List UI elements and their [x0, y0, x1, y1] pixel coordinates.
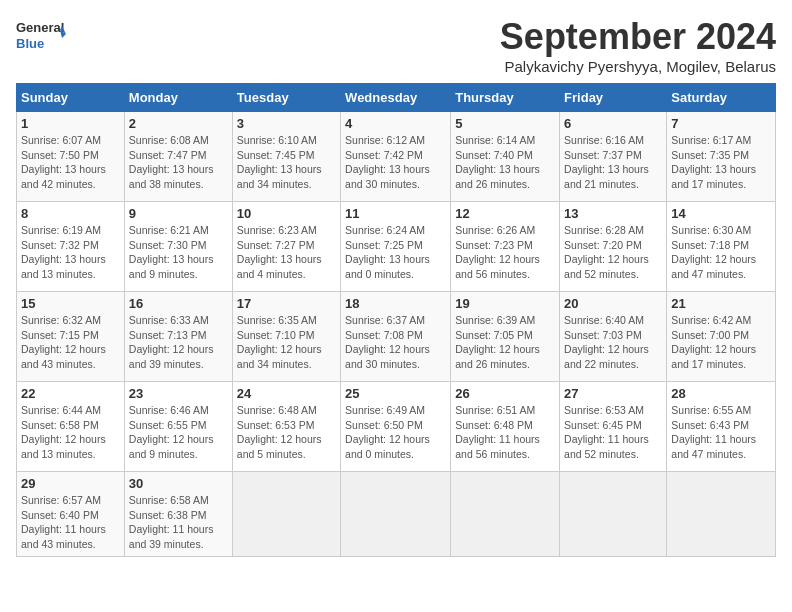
calendar-week-3: 15Sunrise: 6:32 AM Sunset: 7:15 PM Dayli…	[17, 292, 776, 382]
logo: General Blue	[16, 16, 66, 60]
day-info: Sunrise: 6:49 AM Sunset: 6:50 PM Dayligh…	[345, 403, 446, 462]
day-number: 4	[345, 116, 446, 131]
day-number: 27	[564, 386, 662, 401]
calendar-table: SundayMondayTuesdayWednesdayThursdayFrid…	[16, 83, 776, 557]
calendar-cell: 26Sunrise: 6:51 AM Sunset: 6:48 PM Dayli…	[451, 382, 560, 472]
calendar-cell: 15Sunrise: 6:32 AM Sunset: 7:15 PM Dayli…	[17, 292, 125, 382]
page-header: General Blue September 2024 Palykavichy …	[16, 16, 776, 75]
calendar-cell: 21Sunrise: 6:42 AM Sunset: 7:00 PM Dayli…	[667, 292, 776, 382]
day-number: 2	[129, 116, 228, 131]
day-number: 19	[455, 296, 555, 311]
calendar-cell: 17Sunrise: 6:35 AM Sunset: 7:10 PM Dayli…	[232, 292, 340, 382]
calendar-cell	[560, 472, 667, 557]
calendar-cell: 27Sunrise: 6:53 AM Sunset: 6:45 PM Dayli…	[560, 382, 667, 472]
month-title: September 2024	[500, 16, 776, 58]
day-number: 16	[129, 296, 228, 311]
day-header-thursday: Thursday	[451, 84, 560, 112]
day-info: Sunrise: 6:26 AM Sunset: 7:23 PM Dayligh…	[455, 223, 555, 282]
day-number: 17	[237, 296, 336, 311]
day-number: 3	[237, 116, 336, 131]
day-info: Sunrise: 6:07 AM Sunset: 7:50 PM Dayligh…	[21, 133, 120, 192]
day-number: 12	[455, 206, 555, 221]
day-info: Sunrise: 6:24 AM Sunset: 7:25 PM Dayligh…	[345, 223, 446, 282]
calendar-cell: 12Sunrise: 6:26 AM Sunset: 7:23 PM Dayli…	[451, 202, 560, 292]
day-number: 6	[564, 116, 662, 131]
calendar-cell: 23Sunrise: 6:46 AM Sunset: 6:55 PM Dayli…	[124, 382, 232, 472]
calendar-cell: 30Sunrise: 6:58 AM Sunset: 6:38 PM Dayli…	[124, 472, 232, 557]
calendar-cell: 20Sunrise: 6:40 AM Sunset: 7:03 PM Dayli…	[560, 292, 667, 382]
calendar-week-1: 1Sunrise: 6:07 AM Sunset: 7:50 PM Daylig…	[17, 112, 776, 202]
title-area: September 2024 Palykavichy Pyershyya, Mo…	[500, 16, 776, 75]
calendar-cell: 1Sunrise: 6:07 AM Sunset: 7:50 PM Daylig…	[17, 112, 125, 202]
day-info: Sunrise: 6:19 AM Sunset: 7:32 PM Dayligh…	[21, 223, 120, 282]
day-number: 11	[345, 206, 446, 221]
day-info: Sunrise: 6:58 AM Sunset: 6:38 PM Dayligh…	[129, 493, 228, 552]
calendar-cell	[232, 472, 340, 557]
day-info: Sunrise: 6:46 AM Sunset: 6:55 PM Dayligh…	[129, 403, 228, 462]
day-info: Sunrise: 6:44 AM Sunset: 6:58 PM Dayligh…	[21, 403, 120, 462]
day-number: 1	[21, 116, 120, 131]
calendar-cell: 11Sunrise: 6:24 AM Sunset: 7:25 PM Dayli…	[341, 202, 451, 292]
calendar-week-2: 8Sunrise: 6:19 AM Sunset: 7:32 PM Daylig…	[17, 202, 776, 292]
calendar-cell: 19Sunrise: 6:39 AM Sunset: 7:05 PM Dayli…	[451, 292, 560, 382]
day-info: Sunrise: 6:28 AM Sunset: 7:20 PM Dayligh…	[564, 223, 662, 282]
day-number: 30	[129, 476, 228, 491]
day-info: Sunrise: 6:42 AM Sunset: 7:00 PM Dayligh…	[671, 313, 771, 372]
day-number: 9	[129, 206, 228, 221]
calendar-cell: 22Sunrise: 6:44 AM Sunset: 6:58 PM Dayli…	[17, 382, 125, 472]
day-info: Sunrise: 6:16 AM Sunset: 7:37 PM Dayligh…	[564, 133, 662, 192]
day-info: Sunrise: 6:33 AM Sunset: 7:13 PM Dayligh…	[129, 313, 228, 372]
day-number: 24	[237, 386, 336, 401]
calendar-header-row: SundayMondayTuesdayWednesdayThursdayFrid…	[17, 84, 776, 112]
day-info: Sunrise: 6:55 AM Sunset: 6:43 PM Dayligh…	[671, 403, 771, 462]
day-number: 20	[564, 296, 662, 311]
day-number: 5	[455, 116, 555, 131]
calendar-cell: 8Sunrise: 6:19 AM Sunset: 7:32 PM Daylig…	[17, 202, 125, 292]
day-header-friday: Friday	[560, 84, 667, 112]
calendar-cell: 28Sunrise: 6:55 AM Sunset: 6:43 PM Dayli…	[667, 382, 776, 472]
day-info: Sunrise: 6:10 AM Sunset: 7:45 PM Dayligh…	[237, 133, 336, 192]
calendar-cell: 13Sunrise: 6:28 AM Sunset: 7:20 PM Dayli…	[560, 202, 667, 292]
calendar-cell: 4Sunrise: 6:12 AM Sunset: 7:42 PM Daylig…	[341, 112, 451, 202]
day-header-monday: Monday	[124, 84, 232, 112]
day-info: Sunrise: 6:30 AM Sunset: 7:18 PM Dayligh…	[671, 223, 771, 282]
calendar-cell: 18Sunrise: 6:37 AM Sunset: 7:08 PM Dayli…	[341, 292, 451, 382]
day-info: Sunrise: 6:17 AM Sunset: 7:35 PM Dayligh…	[671, 133, 771, 192]
day-info: Sunrise: 6:48 AM Sunset: 6:53 PM Dayligh…	[237, 403, 336, 462]
day-header-wednesday: Wednesday	[341, 84, 451, 112]
day-number: 15	[21, 296, 120, 311]
day-number: 22	[21, 386, 120, 401]
calendar-cell	[341, 472, 451, 557]
calendar-week-4: 22Sunrise: 6:44 AM Sunset: 6:58 PM Dayli…	[17, 382, 776, 472]
day-info: Sunrise: 6:40 AM Sunset: 7:03 PM Dayligh…	[564, 313, 662, 372]
day-info: Sunrise: 6:12 AM Sunset: 7:42 PM Dayligh…	[345, 133, 446, 192]
logo-svg: General Blue	[16, 16, 66, 60]
calendar-cell: 3Sunrise: 6:10 AM Sunset: 7:45 PM Daylig…	[232, 112, 340, 202]
location-subtitle: Palykavichy Pyershyya, Mogilev, Belarus	[500, 58, 776, 75]
calendar-cell: 7Sunrise: 6:17 AM Sunset: 7:35 PM Daylig…	[667, 112, 776, 202]
calendar-cell: 24Sunrise: 6:48 AM Sunset: 6:53 PM Dayli…	[232, 382, 340, 472]
svg-text:General: General	[16, 20, 64, 35]
day-info: Sunrise: 6:08 AM Sunset: 7:47 PM Dayligh…	[129, 133, 228, 192]
day-info: Sunrise: 6:21 AM Sunset: 7:30 PM Dayligh…	[129, 223, 228, 282]
day-number: 10	[237, 206, 336, 221]
day-info: Sunrise: 6:51 AM Sunset: 6:48 PM Dayligh…	[455, 403, 555, 462]
day-number: 18	[345, 296, 446, 311]
day-number: 28	[671, 386, 771, 401]
calendar-cell: 14Sunrise: 6:30 AM Sunset: 7:18 PM Dayli…	[667, 202, 776, 292]
calendar-cell: 16Sunrise: 6:33 AM Sunset: 7:13 PM Dayli…	[124, 292, 232, 382]
day-header-tuesday: Tuesday	[232, 84, 340, 112]
day-number: 14	[671, 206, 771, 221]
calendar-cell: 25Sunrise: 6:49 AM Sunset: 6:50 PM Dayli…	[341, 382, 451, 472]
calendar-cell: 9Sunrise: 6:21 AM Sunset: 7:30 PM Daylig…	[124, 202, 232, 292]
day-info: Sunrise: 6:53 AM Sunset: 6:45 PM Dayligh…	[564, 403, 662, 462]
calendar-cell: 29Sunrise: 6:57 AM Sunset: 6:40 PM Dayli…	[17, 472, 125, 557]
day-info: Sunrise: 6:35 AM Sunset: 7:10 PM Dayligh…	[237, 313, 336, 372]
day-number: 13	[564, 206, 662, 221]
calendar-cell	[667, 472, 776, 557]
day-info: Sunrise: 6:37 AM Sunset: 7:08 PM Dayligh…	[345, 313, 446, 372]
calendar-cell: 6Sunrise: 6:16 AM Sunset: 7:37 PM Daylig…	[560, 112, 667, 202]
day-info: Sunrise: 6:57 AM Sunset: 6:40 PM Dayligh…	[21, 493, 120, 552]
day-info: Sunrise: 6:14 AM Sunset: 7:40 PM Dayligh…	[455, 133, 555, 192]
day-header-saturday: Saturday	[667, 84, 776, 112]
